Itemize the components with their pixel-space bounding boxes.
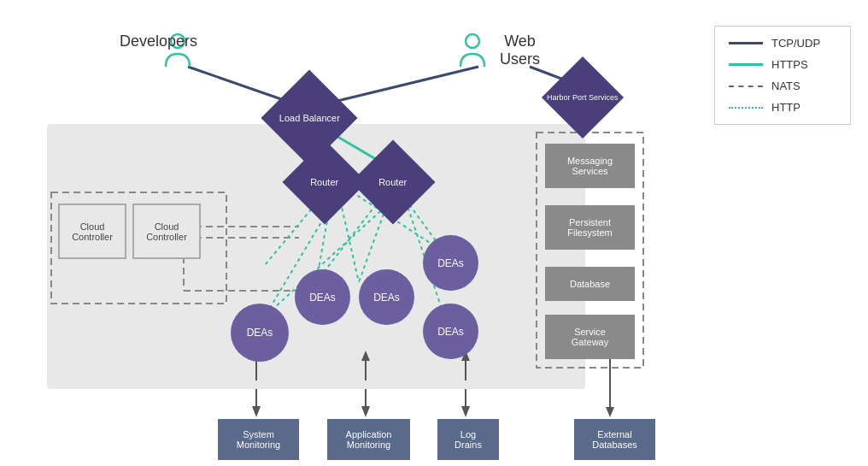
svg-marker-26 <box>361 351 370 361</box>
nats-label: NATS <box>771 80 801 92</box>
svg-point-36 <box>466 34 479 48</box>
application-monitoring: ApplicationMonitoring <box>327 419 410 460</box>
legend-item-https: HTTPS <box>729 58 836 71</box>
https-line-icon <box>729 63 763 66</box>
system-monitoring: SystemMonitoring <box>218 419 299 460</box>
deas-4: DEAs <box>423 235 478 291</box>
nats-line-icon <box>729 86 763 87</box>
svg-marker-32 <box>606 407 614 417</box>
legend-item-nats: NATS <box>729 80 836 92</box>
svg-marker-20 <box>252 406 261 417</box>
deas-2: DEAs <box>295 269 350 325</box>
cloud-controller-2: Cloud Controller <box>132 204 201 259</box>
log-drains: LogDrains <box>437 419 499 460</box>
svg-line-1 <box>337 67 478 101</box>
svg-marker-28 <box>461 406 470 417</box>
http-label: HTTP <box>771 101 801 114</box>
svg-marker-24 <box>361 406 370 417</box>
messaging-services: MessagingServices <box>545 144 635 188</box>
deas-3: DEAs <box>359 269 414 325</box>
deas-5: DEAs <box>423 304 478 359</box>
legend-item-http: HTTP <box>729 101 836 114</box>
legend: TCP/UDP HTTPS NATS HTTP <box>714 26 851 125</box>
cloud-controller-1: Cloud Controller <box>58 204 126 259</box>
developers-label: Developers <box>120 32 197 50</box>
tcp-label: TCP/UDP <box>771 37 820 50</box>
service-gateway: ServiceGateway <box>545 315 635 359</box>
web-user-icon <box>457 32 488 72</box>
external-databases: ExternalDatabases <box>574 419 655 460</box>
web-users-label: WebUsers <box>500 32 540 68</box>
legend-item-tcp: TCP/UDP <box>729 37 836 50</box>
https-label: HTTPS <box>771 58 808 71</box>
database: Database <box>545 267 635 301</box>
svg-line-0 <box>188 67 286 101</box>
diagram-container: Developers WebUsers Load Balancer Harbor… <box>0 0 868 466</box>
http-line-icon <box>729 107 763 109</box>
persistent-filesystem: PersistentFilesystem <box>545 205 635 250</box>
deas-1: DEAs <box>231 304 289 362</box>
tcp-line-icon <box>729 42 763 44</box>
